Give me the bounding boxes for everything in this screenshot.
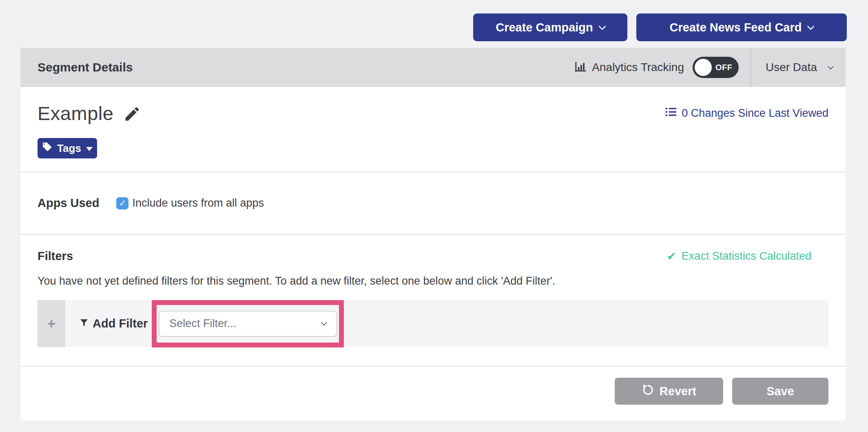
create-news-feed-label: Create News Feed Card [670, 21, 802, 34]
caret-down-icon [86, 147, 93, 151]
toggle-state-label: OFF [715, 63, 733, 72]
revert-button[interactable]: Revert [615, 378, 723, 405]
top-action-bar: Create Campaign Create News Feed Card [473, 13, 847, 41]
statistics-status: ✔ Exact Statistics Calculated [666, 249, 811, 263]
filters-section: Filters ✔ Exact Statistics Calculated Yo… [20, 235, 846, 366]
chevron-down-icon [828, 63, 834, 69]
select-filter-dropdown[interactable]: Select Filter... [159, 311, 337, 337]
create-news-feed-card-button[interactable]: Create News Feed Card [636, 13, 847, 41]
include-all-apps-label: Include users from all apps [132, 197, 264, 209]
add-filter-row-body: Add Filter Select Filter... [65, 300, 828, 347]
toggle-knob [695, 59, 712, 76]
apps-used-section: Apps Used ✓ Include users from all apps [20, 172, 846, 234]
user-data-label: User Data [766, 61, 817, 74]
analytics-tracking-label: Analytics Tracking [592, 61, 684, 74]
chevron-down-icon [321, 319, 328, 326]
pencil-icon [123, 118, 141, 124]
tags-button[interactable]: Tags [38, 138, 97, 158]
header-right-controls: Analytics Tracking OFF User Data [574, 48, 846, 87]
analytics-tracking-group: Analytics Tracking [574, 60, 684, 74]
filters-heading: Filters [38, 249, 73, 263]
apps-used-label: Apps Used [38, 196, 99, 210]
statistics-status-label: Exact Statistics Calculated [682, 250, 811, 263]
analytics-tracking-toggle[interactable]: OFF [693, 57, 739, 78]
highlight-annotation: Select Filter... [152, 300, 344, 347]
bar-chart-icon [574, 60, 587, 74]
save-button-label: Save [766, 385, 794, 398]
revert-button-label: Revert [660, 385, 696, 398]
create-campaign-button[interactable]: Create Campaign [473, 13, 627, 41]
create-campaign-label: Create Campaign [496, 21, 593, 34]
chevron-down-icon [598, 22, 606, 30]
include-all-apps-row: ✓ Include users from all apps [116, 197, 264, 209]
segment-name: Example [38, 99, 113, 128]
card-header: Segment Details Analytics Tracking OFF [20, 48, 846, 87]
add-filter-row: + Add Filter Select Filter... [38, 300, 828, 347]
user-data-dropdown[interactable]: User Data [751, 61, 846, 74]
save-button[interactable]: Save [732, 378, 828, 405]
include-all-apps-checkbox[interactable]: ✓ [116, 197, 128, 209]
card-footer: Revert Save [20, 367, 846, 421]
select-filter-value: Select Filter... [169, 317, 236, 330]
check-icon: ✔ [666, 249, 676, 263]
plus-icon: + [47, 315, 55, 332]
changes-since-last-viewed-link[interactable]: 0 Changes Since Last Viewed [665, 106, 828, 121]
list-icon [665, 106, 677, 121]
filters-empty-description: You have not yet defined filters for thi… [38, 274, 828, 288]
title-section: Example 0 Changes Since La [20, 87, 846, 171]
check-icon: ✓ [119, 198, 126, 209]
add-filter-label: Add Filter [93, 317, 148, 330]
chevron-down-icon [807, 22, 815, 30]
edit-segment-name-button[interactable] [123, 105, 141, 124]
page-title: Segment Details [38, 60, 133, 74]
undo-icon [642, 384, 654, 399]
funnel-icon [79, 317, 89, 330]
tags-button-label: Tags [57, 142, 81, 155]
add-filter-label-group: Add Filter [79, 317, 148, 330]
segment-details-card: Segment Details Analytics Tracking OFF [20, 48, 846, 421]
add-filter-plus-button[interactable]: + [38, 300, 65, 347]
tag-icon [42, 142, 52, 155]
changes-link-label: 0 Changes Since Last Viewed [682, 107, 828, 120]
